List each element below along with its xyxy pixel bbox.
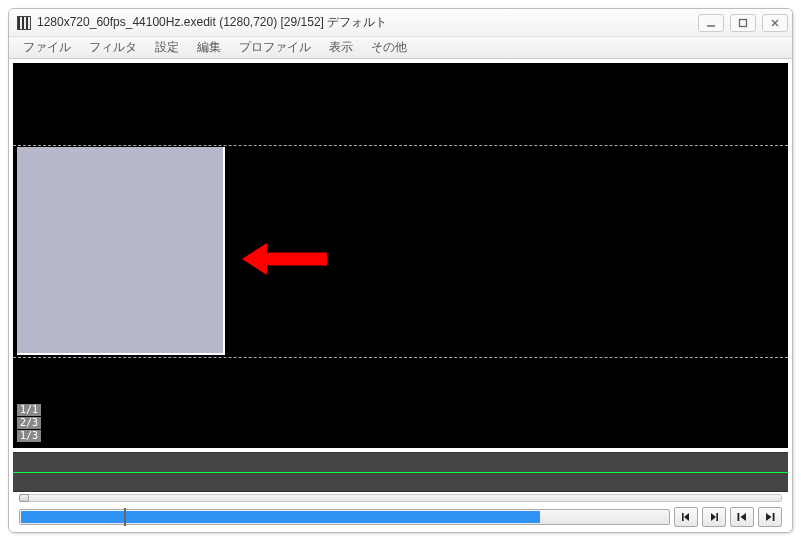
playback-bar (13, 504, 788, 532)
seek-fill (21, 511, 540, 523)
window-title: 1280x720_60fps_44100Hz.exedit (1280,720)… (37, 14, 698, 31)
guide-bottom (13, 357, 788, 358)
menu-file[interactable]: ファイル (15, 37, 79, 58)
timeline-strip[interactable] (13, 452, 788, 492)
svg-rect-9 (716, 513, 718, 521)
close-button[interactable] (762, 14, 788, 32)
svg-rect-10 (738, 513, 740, 521)
maximize-button[interactable] (730, 14, 756, 32)
next-frame-button[interactable] (702, 507, 726, 527)
go-start-icon (736, 511, 748, 523)
menu-bar: ファイル フィルタ 設定 編集 プロファイル 表示 その他 (9, 37, 792, 59)
menu-profile[interactable]: プロファイル (231, 37, 319, 58)
layer-badges: 1/1 2/3 1/3 (17, 404, 41, 442)
seek-thumb[interactable] (124, 508, 126, 526)
app-window: 1280x720_60fps_44100Hz.exedit (1280,720)… (8, 8, 793, 533)
menu-settings[interactable]: 設定 (147, 37, 187, 58)
badge-3: 1/3 (17, 430, 41, 442)
horizontal-scrollbar[interactable] (17, 492, 784, 504)
menu-other[interactable]: その他 (363, 37, 415, 58)
svg-rect-1 (740, 19, 747, 26)
svg-rect-11 (773, 513, 775, 521)
scrollbar-track (19, 494, 782, 502)
preview-object-square (17, 147, 225, 355)
annotation-arrow-left (231, 231, 341, 287)
app-icon (17, 16, 31, 30)
next-frame-icon (708, 511, 720, 523)
preview-area: 1/1 2/3 1/3 (9, 59, 792, 532)
prev-frame-icon (680, 511, 692, 523)
go-start-button[interactable] (730, 507, 754, 527)
window-controls (698, 14, 788, 32)
titlebar[interactable]: 1280x720_60fps_44100Hz.exedit (1280,720)… (9, 9, 792, 37)
scrollbar-thumb[interactable] (19, 494, 29, 502)
maximize-icon (738, 18, 748, 28)
seek-slider[interactable] (19, 509, 670, 525)
badge-1: 1/1 (17, 404, 41, 416)
timeline-marker-line (13, 472, 788, 473)
menu-view[interactable]: 表示 (321, 37, 361, 58)
minimize-button[interactable] (698, 14, 724, 32)
menu-filter[interactable]: フィルタ (81, 37, 145, 58)
preview-canvas[interactable]: 1/1 2/3 1/3 (13, 63, 788, 448)
minimize-icon (706, 18, 716, 28)
go-end-icon (764, 511, 776, 523)
close-icon (770, 18, 780, 28)
guide-top (13, 145, 788, 146)
menu-edit[interactable]: 編集 (189, 37, 229, 58)
svg-rect-8 (682, 513, 684, 521)
badge-2: 2/3 (17, 417, 41, 429)
go-end-button[interactable] (758, 507, 782, 527)
prev-frame-button[interactable] (674, 507, 698, 527)
